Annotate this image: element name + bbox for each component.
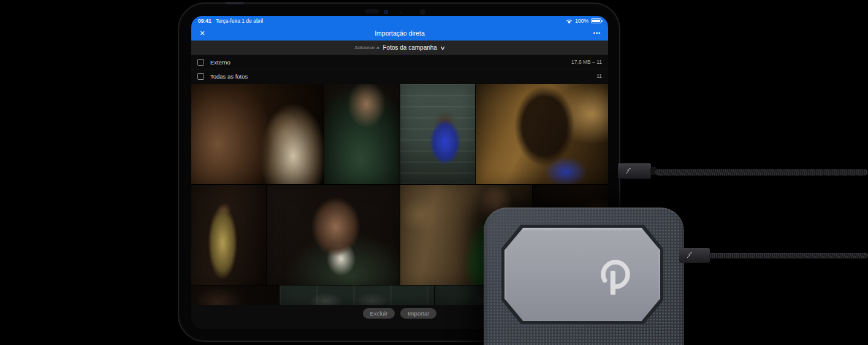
external-ssd — [484, 207, 684, 345]
close-button[interactable]: ✕ — [195, 26, 210, 41]
more-options-button[interactable]: ••• — [590, 26, 604, 41]
source-label: Externo — [210, 59, 571, 66]
todas-checkbox[interactable] — [197, 73, 204, 80]
photo-tile[interactable] — [324, 84, 400, 184]
import-button[interactable]: Importar — [400, 308, 436, 319]
ssd-plate-frame — [501, 225, 663, 324]
source-label: Todas as fotos — [210, 73, 596, 80]
ambient-sensor-icon — [400, 12, 402, 14]
front-camera-icon — [384, 10, 388, 14]
scene: 09:41 Terça-feira 1 de abril 100% ✕ Impo… — [0, 0, 868, 345]
ssd-plate — [504, 228, 660, 321]
photo-tile[interactable] — [476, 84, 608, 184]
album-selector[interactable]: Fotos da campanha ∨ — [383, 44, 445, 51]
chevron-down-icon: ∨ — [440, 45, 446, 51]
source-list: Externo 17,6 MB – 11 Todas as fotos 11 — [191, 55, 608, 83]
photo-tile[interactable] — [191, 285, 279, 305]
photo-tile[interactable] — [280, 285, 434, 305]
battery-percentage: 100% — [575, 18, 588, 24]
thunderbolt-connector-ssd — [679, 248, 710, 263]
thunderbolt-cable-ipad — [655, 169, 868, 176]
thunderbolt-icon — [625, 166, 631, 177]
externo-checkbox[interactable] — [197, 59, 204, 66]
photo-tile[interactable] — [191, 185, 266, 285]
page-title: Importação direta — [191, 29, 608, 37]
status-bar: 09:41 Terça-feira 1 de abril 100% — [191, 16, 608, 26]
photo-tile[interactable] — [400, 84, 475, 184]
thunderbolt-connector-ipad — [618, 163, 651, 179]
camera-lens-icon — [420, 9, 425, 15]
close-icon: ✕ — [199, 29, 205, 37]
camera-pill — [365, 9, 379, 14]
status-time: 09:41 — [198, 18, 211, 24]
ellipsis-icon: ••• — [593, 30, 601, 36]
g-drive-logo-icon — [597, 257, 635, 303]
source-row-externo[interactable]: Externo 17,6 MB – 11 — [191, 55, 608, 69]
thunderbolt-cable-ssd — [709, 253, 868, 258]
app-header: ✕ Importação direta ••• — [191, 26, 608, 41]
status-date: Terça-feira 1 de abril — [216, 18, 263, 24]
photo-tile[interactable] — [191, 84, 324, 184]
delete-button[interactable]: Excluir — [363, 308, 395, 319]
power-button[interactable] — [226, 2, 244, 4]
thunderbolt-icon — [687, 250, 692, 261]
add-to-bar: Adicionar a Fotos da campanha ∨ — [191, 41, 608, 55]
battery-icon — [591, 18, 601, 23]
add-to-label: Adicionar a — [354, 45, 379, 50]
photo-tile[interactable] — [267, 185, 400, 285]
source-detail: 17,6 MB – 11 — [571, 59, 602, 65]
source-detail: 11 — [596, 73, 602, 79]
album-name: Fotos da campanha — [383, 44, 437, 51]
wifi-icon — [566, 18, 573, 24]
source-row-todas[interactable]: Todas as fotos 11 — [191, 69, 608, 83]
